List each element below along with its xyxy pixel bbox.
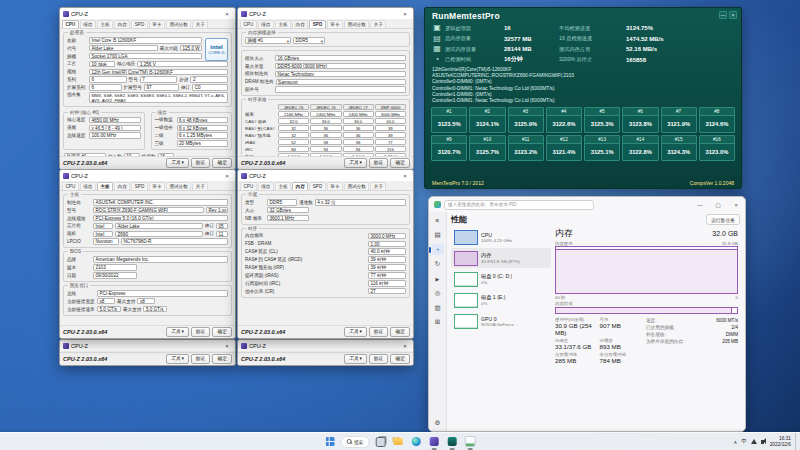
perf-card[interactable]: GPU 0 NVIDIA GeForce ... — [451, 311, 551, 331]
validate-button[interactable]: 验证 — [191, 354, 211, 364]
network-icon[interactable] — [751, 439, 757, 444]
search-input[interactable] — [444, 200, 594, 210]
ok-button[interactable]: 确定 — [390, 327, 410, 337]
task-manager-taskbar-icon[interactable] — [463, 435, 477, 449]
tab[interactable]: 关于 — [192, 182, 208, 191]
titlebar[interactable]: CPU-Z × — [60, 340, 235, 351]
titlebar[interactable]: CPU-Z × — [60, 8, 235, 19]
ok-button[interactable]: 确定 — [390, 354, 410, 364]
tab[interactable]: CPU — [62, 182, 79, 191]
tab[interactable]: 显卡 — [149, 182, 165, 191]
tab[interactable]: 内存 — [114, 182, 130, 191]
file-explorer-icon[interactable] — [391, 435, 405, 449]
ok-button[interactable]: 确定 — [212, 327, 232, 337]
sidebar-item-services[interactable] — [432, 317, 444, 328]
minimize-icon[interactable]: — — [719, 11, 727, 19]
tab[interactable]: 显卡 — [327, 182, 343, 191]
titlebar[interactable]: CPU-Z × — [238, 340, 413, 351]
taskbar-clock[interactable]: 16:31 2022/12/6 — [770, 436, 791, 448]
task-view-button[interactable] — [373, 435, 387, 449]
tab[interactable]: CPU — [240, 20, 257, 29]
ddr-type-selector[interactable]: DDR5 — [293, 37, 325, 44]
validate-button[interactable]: 验证 — [369, 354, 389, 364]
titlebar[interactable]: CPU-Z × — [238, 8, 413, 19]
menu-icon[interactable] — [432, 215, 444, 226]
validate-button[interactable]: 验证 — [191, 158, 211, 168]
tab[interactable]: SPD — [309, 20, 325, 29]
slot-selector[interactable]: 插槽 #1 — [245, 37, 291, 44]
tools-button[interactable]: 工具▾ — [166, 158, 189, 168]
tab[interactable]: 关于 — [370, 20, 386, 29]
tools-button[interactable]: 工具▾ — [344, 158, 367, 168]
sidebar-item-startup-apps[interactable] — [432, 273, 444, 284]
tab[interactable]: 缓存 — [80, 182, 96, 191]
titlebar[interactable]: CPU-Z × — [60, 170, 235, 181]
tab[interactable]: 主板 — [275, 182, 291, 191]
tab[interactable]: 主板 — [97, 182, 113, 191]
tab[interactable]: 测试分数 — [166, 182, 191, 191]
tab[interactable]: 内存 — [114, 20, 130, 29]
sidebar-item-details[interactable] — [432, 302, 444, 313]
tab[interactable]: 关于 — [370, 182, 386, 191]
gear-icon[interactable] — [432, 417, 444, 428]
volume-icon[interactable] — [761, 440, 764, 444]
tools-button[interactable]: 工具▾ — [344, 354, 367, 364]
titlebar[interactable]: CPU-Z × — [238, 170, 413, 181]
tab[interactable]: 主板 — [275, 20, 291, 29]
close-icon[interactable]: × — [397, 340, 413, 351]
sidebar-item-app-history[interactable] — [432, 259, 444, 270]
sidebar-item-processes[interactable] — [432, 230, 444, 241]
tab[interactable]: CPU — [62, 20, 79, 29]
tab[interactable]: SPD — [131, 182, 147, 191]
perf-card[interactable]: 磁盘 0 (C: D:) 0% — [451, 269, 551, 289]
memtest-taskbar-icon[interactable] — [445, 435, 459, 449]
validate-button[interactable]: 验证 — [191, 327, 211, 337]
tab[interactable]: 内存 — [292, 182, 308, 191]
close-icon[interactable]: × — [397, 8, 413, 19]
close-icon[interactable]: × — [219, 170, 235, 181]
sidebar-item-performance[interactable] — [432, 244, 444, 255]
tab[interactable]: CPU — [240, 182, 257, 191]
tab[interactable]: 测试分数 — [344, 182, 369, 191]
cpuz-taskbar-icon[interactable] — [427, 435, 441, 449]
tab[interactable]: 关于 — [192, 20, 208, 29]
tab[interactable]: SPD — [131, 20, 147, 29]
close-icon[interactable]: × — [729, 11, 737, 19]
ok-button[interactable]: 确定 — [212, 158, 232, 168]
tab[interactable]: 显卡 — [149, 20, 165, 29]
tab[interactable]: 主板 — [97, 20, 113, 29]
edge-browser-icon[interactable] — [409, 435, 423, 449]
perf-card[interactable]: CPU 100% 4.25 GHz — [451, 227, 551, 247]
titlebar[interactable]: — ▢ × — [429, 197, 745, 212]
tab[interactable]: 缓存 — [258, 182, 274, 191]
tab[interactable]: 缓存 — [80, 20, 96, 29]
close-icon[interactable]: × — [397, 170, 413, 181]
close-icon[interactable]: × — [219, 8, 235, 19]
sidebar-item-users[interactable] — [432, 288, 444, 299]
ok-button[interactable]: 确定 — [212, 354, 232, 364]
tab[interactable]: SPD — [309, 182, 325, 191]
perf-card[interactable]: 磁盘 1 (E:) 0% — [451, 290, 551, 310]
validate-button[interactable]: 验证 — [369, 327, 389, 337]
tools-button[interactable]: 工具▾ — [344, 327, 367, 337]
perf-card[interactable]: 内存 30.9/31.8 GB (97%) — [451, 248, 551, 268]
minimize-icon[interactable]: — — [691, 197, 709, 212]
start-button[interactable] — [323, 435, 337, 449]
tools-button[interactable]: 工具▾ — [166, 354, 189, 364]
ok-button[interactable]: 确定 — [390, 158, 410, 168]
tab[interactable]: 测试分数 — [344, 20, 369, 29]
close-icon[interactable]: × — [219, 340, 235, 351]
show-desktop-button[interactable] — [795, 433, 797, 450]
close-icon[interactable]: × — [727, 197, 745, 212]
tab[interactable]: 缓存 — [258, 20, 274, 29]
hidden-icons-chevron[interactable]: ∧ — [733, 439, 737, 445]
run-new-task-button[interactable]: 运行新任务 — [706, 214, 740, 225]
tab[interactable]: 显卡 — [327, 20, 343, 29]
input-method-indicator[interactable]: 中 — [741, 438, 747, 445]
validate-button[interactable]: 验证 — [369, 158, 389, 168]
maximize-icon[interactable]: ▢ — [709, 197, 727, 212]
tools-button[interactable]: 工具▾ — [166, 327, 189, 337]
tab[interactable]: 内存 — [292, 20, 308, 29]
tab[interactable]: 测试分数 — [166, 20, 191, 29]
taskbar-search[interactable]: 搜索 — [341, 436, 370, 448]
